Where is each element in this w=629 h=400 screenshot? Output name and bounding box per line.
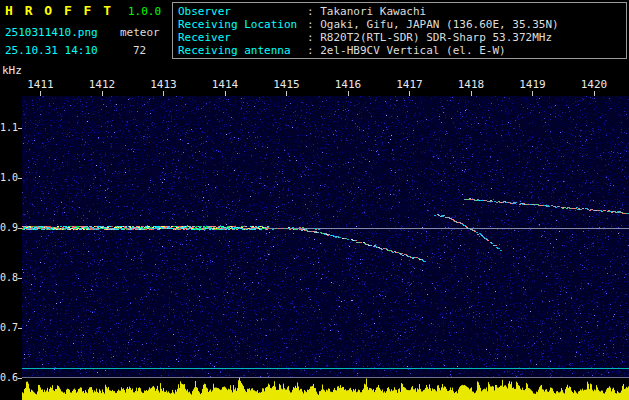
y-axis-label: 0.8 (0, 272, 17, 283)
x-axis-label: 1418 (456, 78, 487, 91)
y-axis-label: 1.0 (0, 172, 17, 183)
x-axis-label: 1417 (394, 78, 425, 91)
y-axis-tick (18, 378, 22, 379)
hrofft-app-window: H R O F F T 1.0.0 2510311410.png meteor … (0, 0, 629, 400)
x-axis-label: 1414 (210, 78, 241, 91)
x-axis-tick (102, 91, 103, 96)
y-axis-label: 1.1 (0, 122, 17, 133)
x-axis-tick (532, 91, 533, 96)
y-axis-label: 0.6 (0, 372, 17, 383)
y-axis-label: 0.9 (0, 222, 17, 233)
x-axis-label: 1412 (87, 78, 118, 91)
x-axis-tick (163, 91, 164, 96)
y-axis-label: 0.7 (0, 322, 17, 333)
y-axis-tick (18, 178, 22, 179)
x-axis-tick (40, 91, 41, 96)
x-axis-tick (409, 91, 410, 96)
spectrogram-panel: kHz 141114121413141414151416141714181419… (0, 0, 629, 400)
x-axis-label: 1420 (579, 78, 610, 91)
x-axis-tick (594, 91, 595, 96)
x-axis-label: 1415 (271, 78, 302, 91)
x-axis-label: 1411 (25, 78, 56, 91)
x-axis-label: 1413 (148, 78, 179, 91)
y-axis-tick (18, 278, 22, 279)
y-axis-tick (18, 328, 22, 329)
x-axis-tick (286, 91, 287, 96)
x-axis-tick (348, 91, 349, 96)
x-axis-label: 1419 (517, 78, 548, 91)
y-axis-tick (18, 228, 22, 229)
x-axis-label: 1416 (333, 78, 364, 91)
y-axis-unit-label: kHz (2, 64, 22, 77)
spectrogram-canvas (22, 96, 629, 400)
x-axis-tick (471, 91, 472, 96)
y-axis-tick (18, 128, 22, 129)
x-axis-tick (225, 91, 226, 96)
